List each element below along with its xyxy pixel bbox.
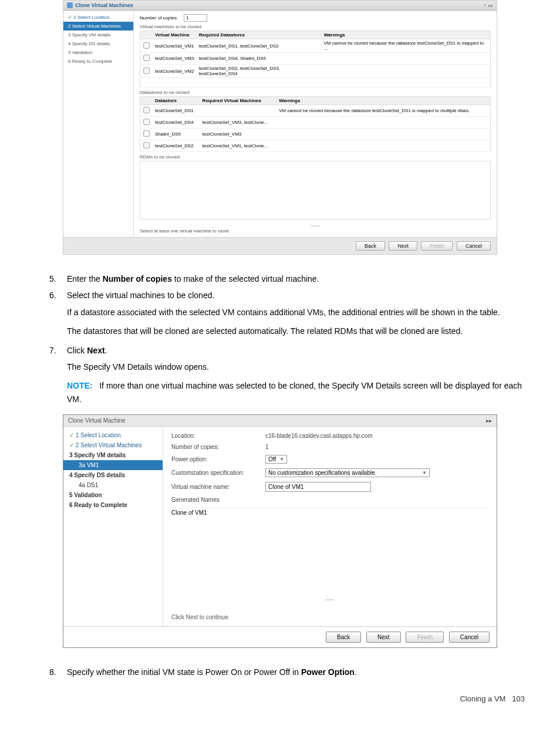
step-text: Specify whether the initial VM state is …: [67, 666, 525, 679]
next-button[interactable]: Next: [389, 241, 417, 251]
vm-table-label: Virtual machines to be cloned:: [140, 24, 491, 29]
back-button[interactable]: Back: [356, 241, 385, 251]
clone-vm-dialog: Clone Virtual Machines ? ▸▸ 1 Select Loc…: [63, 0, 497, 255]
specify-vm-dialog: Clone Virtual Machine ▸▸ 1 Select Locati…: [63, 414, 497, 648]
warn-col-header: Warnings: [322, 31, 491, 39]
step-text: Select the virtual machines to be cloned…: [67, 289, 525, 302]
page-footer: Cloning a VM 103: [0, 683, 560, 715]
wizard-step-location[interactable]: 1 Select Location: [63, 13, 133, 22]
dialog-footer: Back Next Finish Cancel: [63, 237, 497, 254]
table-row: testCloneSet_VM2 testCloneSet_DS2, testC…: [140, 65, 491, 78]
ds-checkbox[interactable]: [143, 130, 149, 136]
wizard-step-complete: 6 Ready to Complete: [63, 57, 133, 66]
table-row: testCloneSet_DS2 testCloneSet_VM1, testC…: [140, 140, 491, 152]
dialog-footer: Back Next Finish Cancel: [63, 626, 497, 647]
chevron-down-icon: ▼: [279, 457, 284, 462]
vm-name-input[interactable]: [265, 482, 371, 492]
ds-checkbox[interactable]: [143, 119, 149, 124]
drag-handle-icon[interactable]: ═══: [171, 597, 488, 602]
table-row: testCloneSet_DS4 testCloneSet_VM3, testC…: [140, 117, 491, 129]
wizard-step-location[interactable]: 1 Select Location: [63, 430, 163, 440]
ds-col: Datastore: [153, 97, 200, 105]
step-number: 7.: [49, 344, 67, 357]
vmname-label: Virtual machine name:: [171, 484, 265, 490]
finish-button: Finish: [421, 241, 453, 251]
note-para: NOTE: If more than one virtual machine w…: [67, 379, 525, 406]
step-number: 5.: [49, 272, 67, 285]
vm-table: Virtual Machine Required Datastores Warn…: [140, 31, 491, 87]
wizard-step-vm1[interactable]: 3a VM1: [63, 460, 163, 470]
step-number: 6.: [49, 289, 67, 302]
num-copies-input[interactable]: [184, 14, 207, 22]
num-copies-label: Number of copies:: [140, 15, 178, 21]
wizard-step-select-vms[interactable]: 2 Select Virtual Machines: [63, 440, 163, 450]
ds-checkbox[interactable]: [143, 107, 149, 113]
dialog-header: Clone Virtual Machine ▸▸: [63, 415, 497, 427]
ds-table-label: Datastores to be cloned:: [140, 90, 491, 95]
chevron-down-icon: ▼: [422, 470, 427, 475]
clone-icon: [67, 2, 73, 8]
next-button[interactable]: Next: [366, 632, 401, 643]
wizard-step-validation: 5 Validation: [63, 48, 133, 57]
cancel-button[interactable]: Cancel: [449, 632, 490, 643]
power-option-select[interactable]: Off▼: [265, 455, 287, 464]
wizard-sidebar: 1 Select Location 2 Select Virtual Machi…: [63, 427, 163, 626]
ds-table: Datastore Required Virtual Machines Warn…: [140, 96, 491, 152]
vm-col-header: Virtual Machine: [153, 31, 197, 39]
rdm-list: [140, 161, 491, 220]
step-text: Enter the Number of copies to make of th…: [67, 272, 525, 285]
help-icon[interactable]: ?: [484, 3, 486, 8]
step-number: 8.: [49, 666, 67, 679]
power-label: Power option:: [171, 456, 265, 463]
wizard-step-complete: 6 Ready to Complete: [63, 500, 163, 510]
collapse-icon[interactable]: ▸▸: [488, 3, 493, 8]
vm-checkbox[interactable]: [143, 67, 149, 73]
custom-label: Customization specification:: [171, 470, 265, 476]
body-para: The Specify VM Details window opens.: [67, 360, 525, 373]
step-text: Click Next.: [67, 344, 525, 357]
drag-handle-icon[interactable]: ═══: [140, 223, 491, 228]
finish-button: Finish: [406, 632, 444, 643]
custom-spec-select[interactable]: No customization specifications availabl…: [265, 468, 430, 477]
note-label: NOTE:: [67, 381, 93, 390]
cancel-button[interactable]: Cancel: [457, 241, 491, 251]
table-row: testCloneSet_DS1 VM cannot be cloned bec…: [140, 105, 491, 117]
wizard-step-validation: 5 Validation: [63, 490, 163, 500]
wizard-step-vm-details: 3 Specify VM details: [63, 450, 163, 460]
ds-col-header: Required Datastores: [197, 31, 322, 39]
copies-value: 1: [265, 444, 488, 450]
wizard-step-select-vms[interactable]: 2 Select Virtual Machines: [63, 22, 133, 31]
reqvm-col: Required Virtual Machines: [200, 97, 277, 105]
wizard-step-ds-details: 4 Specify DS details: [63, 39, 133, 48]
dialog-title: Clone Virtual Machine: [68, 417, 126, 424]
table-row: testCloneSet_VM1 testCloneSet_DS1, testC…: [140, 39, 491, 53]
vm-checkbox[interactable]: [143, 42, 149, 48]
validation-message: Select at least one virtual machine to c…: [140, 228, 491, 234]
table-row: Shalini_DS5 testCloneSet_VM3: [140, 129, 491, 140]
body-para: The datastores that will be cloned are s…: [67, 325, 525, 337]
generated-name-value: Clone of VM1: [171, 509, 207, 516]
body-para: If a datastore associated with the selec…: [67, 306, 525, 319]
ds-checkbox[interactable]: [143, 142, 149, 148]
wizard-step-vm-details: 3 Specify VM details: [63, 31, 133, 39]
generated-label: Generated Names: [171, 497, 265, 503]
back-button[interactable]: Back: [326, 632, 361, 643]
table-row: testCloneSet_VM3 testCloneSet_DS4, Shali…: [140, 53, 491, 65]
location-label: Location:: [171, 433, 265, 439]
wizard-step-ds-details: 4 Specify DS details: [63, 470, 163, 480]
wizard-sidebar: 1 Select Location 2 Select Virtual Machi…: [63, 11, 134, 237]
continue-text: Click Next to continue.: [171, 614, 488, 620]
copies-label: Number of copies:: [171, 444, 265, 450]
warn-col: Warnings: [276, 97, 490, 105]
collapse-icon[interactable]: ▸▸: [486, 417, 492, 424]
rdm-label: RDMs to be cloned:: [140, 154, 491, 160]
vm-checkbox[interactable]: [143, 55, 149, 60]
dialog-header: Clone Virtual Machines ? ▸▸: [63, 1, 497, 11]
dialog-title: Clone Virtual Machines: [75, 2, 133, 8]
wizard-step-ds1: 4a DS1: [63, 480, 163, 490]
location-value: c16-blade16.casldev.casl.adapps.hp.com: [265, 433, 488, 439]
